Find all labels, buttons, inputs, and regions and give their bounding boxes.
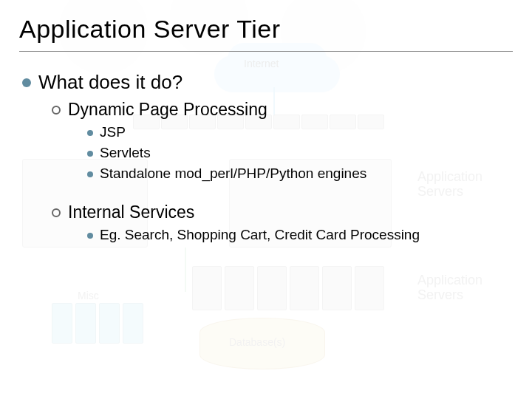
- bullet-dot-icon: [87, 151, 93, 157]
- bullet-ring-icon: [52, 106, 61, 115]
- bullet-text: Servlets: [100, 145, 151, 161]
- bullet-level3: Servlets: [87, 145, 513, 161]
- bullet-text: JSP: [100, 124, 126, 140]
- misc-label: Misc: [78, 290, 99, 301]
- slide-content: Application Server Tier What does it do?…: [0, 0, 532, 243]
- bullet-dot-icon: [87, 171, 93, 177]
- misc-server-row: [52, 303, 143, 344]
- appserver-row: [192, 266, 384, 310]
- bullet-dot-icon: [87, 233, 93, 239]
- bullet-text: Dynamic Page Processing: [68, 100, 267, 120]
- bullet-dot-icon: [87, 130, 93, 136]
- title-underline: [19, 51, 513, 52]
- app-servers-label: Application Servers: [417, 273, 482, 303]
- title-block: Application Server Tier: [19, 15, 513, 52]
- bullet-level3: JSP: [87, 124, 513, 140]
- bullet-level3: Eg. Search, Shopping Cart, Credit Card P…: [87, 227, 513, 243]
- bullet-ring-icon: [52, 208, 61, 217]
- slide-title: Application Server Tier: [19, 15, 513, 44]
- bullet-text: What does it do?: [38, 71, 183, 94]
- bullet-text: Internal Services: [68, 202, 194, 222]
- database-icon: [200, 318, 325, 369]
- connector-line: [185, 248, 186, 292]
- bullet-level3: Standalone mod_perl/PHP/Python engines: [87, 166, 513, 182]
- bullet-text: Eg. Search, Shopping Cart, Credit Card P…: [100, 227, 420, 243]
- bullet-level2: Dynamic Page Processing: [52, 100, 513, 120]
- bullet-dot-icon: [22, 78, 31, 87]
- bullet-level1: What does it do?: [22, 71, 513, 94]
- databases-label: Database(s): [229, 336, 285, 348]
- bullet-text: Standalone mod_perl/PHP/Python engines: [100, 166, 366, 182]
- bullet-level2: Internal Services: [52, 202, 513, 222]
